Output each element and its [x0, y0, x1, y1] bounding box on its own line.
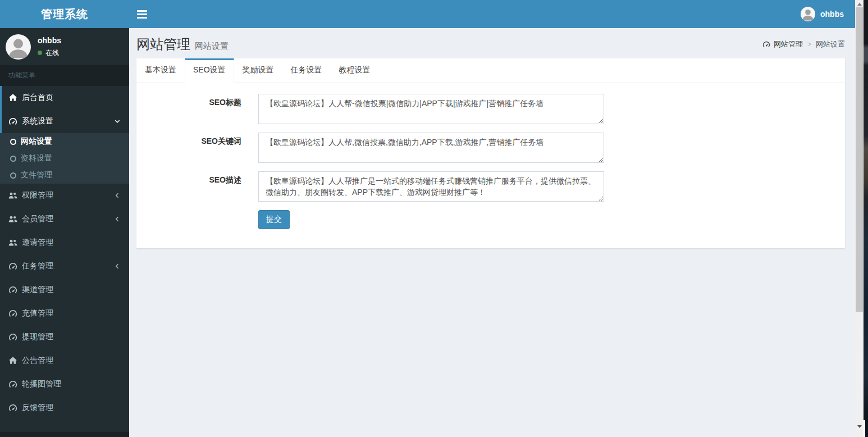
tab-tutorial-settings[interactable]: 教程设置	[331, 58, 379, 82]
submenu-item-file-management[interactable]: 文件管理	[0, 167, 129, 184]
sidebar-item-label: 系统设置	[22, 116, 53, 126]
sidebar-item-label: 后台首页	[22, 93, 53, 103]
user-status-label: 在线	[45, 48, 59, 58]
circle-icon	[10, 172, 16, 179]
sidebar-item-label: 公告管理	[22, 356, 53, 366]
page-title: 网站管理	[136, 37, 190, 52]
topbar-username: ohbbs	[820, 10, 844, 19]
page-subtitle: 网站设置	[195, 41, 229, 51]
gauge-icon	[8, 117, 17, 126]
window-edge-notch	[864, 420, 865, 437]
window-edge-strip	[864, 0, 868, 437]
seo-title-label: SEO标题	[145, 94, 258, 124]
tab-seo-settings[interactable]: SEO设置	[185, 58, 234, 83]
breadcrumb-current: 网站设置	[816, 39, 845, 49]
sidebar-item-label: 提现管理	[22, 332, 53, 342]
submit-button[interactable]: 提交	[258, 210, 290, 229]
user-info: ohbbs 在线	[38, 36, 61, 58]
user-status: 在线	[38, 48, 61, 58]
sidebar-menu: 后台首页 系统设置 网站设置 资料设置 文件管理	[0, 86, 129, 420]
main-area: ohbbs 网站管理网站设置 网站管理 > 网站设置 基本设置 SEO设置 奖励…	[129, 0, 855, 437]
seo-keywords-input[interactable]: 【欧皇源码论坛】人人帮,微信投票,微信助力,APP下载,游戏推广,营销推广任务墙	[258, 133, 604, 163]
scrollbar-thumb[interactable]	[856, 7, 863, 312]
gauge-icon	[8, 403, 17, 412]
sidebar-footer-strip	[0, 432, 129, 437]
triangle-down-icon	[857, 425, 862, 428]
sidebar-toggle-button[interactable]	[129, 0, 155, 28]
settings-card: 基本设置 SEO设置 奖励设置 任务设置 教程设置 SEO标题 【欧皇源码论坛】…	[136, 58, 845, 248]
settings-tabs: 基本设置 SEO设置 奖励设置 任务设置 教程设置	[136, 58, 845, 83]
users-icon	[8, 238, 17, 247]
app-logo[interactable]: 管理系统	[0, 0, 129, 28]
form-group-seo-title: SEO标题 【欧皇源码论坛】人人帮-微信投票|微信助力|APP下载|游戏推广|营…	[145, 94, 837, 124]
sidebar-item-label: 轮播图管理	[22, 379, 61, 389]
sidebar-item-channels[interactable]: 渠道管理	[0, 278, 129, 302]
sidebar-item-feedback[interactable]: 反馈管理	[0, 396, 129, 420]
submenu-item-site-settings[interactable]: 网站设置	[0, 133, 129, 150]
submenu-item-profile-settings[interactable]: 资料设置	[0, 150, 129, 167]
sidebar-user-panel: ohbbs 在线	[0, 28, 129, 65]
seo-description-input[interactable]: 【欧皇源码论坛】人人帮推广是一站式的移动端任务式赚钱营销推广服务平台，提供微信拉…	[258, 171, 604, 202]
triangle-up-icon	[857, 3, 862, 6]
chevron-down-icon	[114, 118, 121, 125]
topbar: ohbbs	[129, 0, 855, 28]
chevron-left-icon	[114, 216, 121, 222]
gauge-icon	[8, 309, 17, 318]
sidebar-item-dashboard[interactable]: 后台首页	[0, 86, 129, 110]
submenu-item-label: 网站设置	[21, 136, 52, 147]
admin-screen: 管理系统 ohbbs 在线 功能菜单 后台首页 系统设置	[0, 0, 868, 437]
page-title-block: 网站管理网站设置	[136, 36, 229, 53]
scrollbar-up-arrow[interactable]	[855, 0, 864, 8]
sidebar-item-announcements[interactable]: 公告管理	[0, 349, 129, 372]
sidebar-item-invitations[interactable]: 邀请管理	[0, 231, 129, 254]
gauge-icon	[8, 285, 17, 294]
sidebar-item-label: 邀请管理	[22, 238, 53, 248]
seo-settings-form: SEO标题 【欧皇源码论坛】人人帮-微信投票|微信助力|APP下载|游戏推广|营…	[136, 83, 845, 248]
users-icon	[8, 191, 17, 200]
chevron-left-icon	[114, 263, 121, 270]
submenu-item-label: 文件管理	[21, 170, 52, 180]
tab-basic-settings[interactable]: 基本设置	[136, 58, 185, 82]
sidebar-item-label: 权限管理	[22, 190, 53, 201]
home-icon	[8, 93, 17, 102]
page-header: 网站管理网站设置 网站管理 > 网站设置	[129, 28, 855, 58]
system-settings-submenu: 网站设置 资料设置 文件管理	[0, 133, 129, 184]
sidebar-item-carousel[interactable]: 轮播图管理	[0, 372, 129, 396]
scrollbar-down-arrow[interactable]	[855, 422, 864, 430]
tab-task-settings[interactable]: 任务设置	[282, 58, 331, 82]
sidebar: 管理系统 ohbbs 在线 功能菜单 后台首页 系统设置	[0, 0, 129, 437]
users-icon	[8, 215, 17, 224]
form-group-seo-description: SEO描述 【欧皇源码论坛】人人帮推广是一站式的移动端任务式赚钱营销推广服务平台…	[145, 171, 837, 202]
tab-reward-settings[interactable]: 奖励设置	[234, 58, 282, 82]
form-group-seo-keywords: SEO关键词 【欧皇源码论坛】人人帮,微信投票,微信助力,APP下载,游戏推广,…	[145, 133, 837, 163]
topbar-avatar	[801, 7, 815, 21]
form-actions: 提交	[258, 210, 837, 229]
topbar-user-menu[interactable]: ohbbs	[801, 7, 855, 21]
circle-icon	[10, 156, 16, 162]
breadcrumb: 网站管理 > 网站设置	[762, 39, 845, 49]
sidebar-item-label: 渠道管理	[22, 285, 53, 295]
vertical-scrollbar[interactable]	[855, 0, 864, 437]
breadcrumb-root-link[interactable]: 网站管理	[774, 39, 803, 49]
submenu-item-label: 资料设置	[21, 153, 52, 163]
sidebar-item-label: 任务管理	[22, 261, 53, 271]
seo-description-label: SEO描述	[145, 171, 258, 202]
gauge-icon	[8, 333, 17, 342]
hamburger-icon	[137, 10, 147, 12]
seo-keywords-label: SEO关键词	[145, 133, 258, 163]
seo-title-input[interactable]: 【欧皇源码论坛】人人帮-微信投票|微信助力|APP下载|游戏推广|营销推广任务墙	[258, 94, 604, 124]
menu-section-header: 功能菜单	[0, 65, 129, 86]
sidebar-item-withdrawal[interactable]: 提现管理	[0, 325, 129, 349]
sidebar-item-permission[interactable]: 权限管理	[0, 184, 129, 207]
user-name: ohbbs	[38, 36, 61, 45]
gauge-icon	[762, 40, 770, 48]
sidebar-item-tasks[interactable]: 任务管理	[0, 254, 129, 278]
gauge-icon	[8, 380, 17, 389]
online-dot-icon	[38, 51, 42, 55]
sidebar-item-recharge[interactable]: 充值管理	[0, 302, 129, 325]
sidebar-item-label: 反馈管理	[22, 403, 53, 413]
sidebar-item-system-settings[interactable]: 系统设置	[0, 110, 129, 133]
user-avatar	[6, 34, 31, 60]
gauge-icon	[8, 262, 17, 271]
sidebar-item-members[interactable]: 会员管理	[0, 207, 129, 231]
